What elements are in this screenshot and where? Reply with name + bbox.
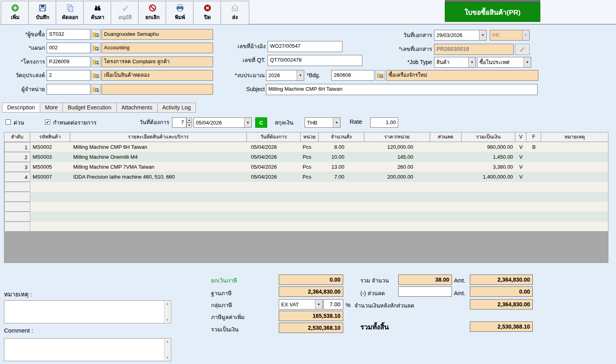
search-button[interactable]: ค้นหา: [83, 1, 112, 25]
total-qty-field: 38.00: [398, 274, 452, 285]
comment-scrollbar[interactable]: ▲▼: [164, 339, 170, 360]
doc-date-select[interactable]: 29/03/2026 ▼: [434, 30, 487, 41]
tab-description[interactable]: Description: [2, 103, 40, 113]
tab-more[interactable]: More: [40, 103, 63, 113]
row-number-cell[interactable]: 1: [4, 142, 30, 152]
subject-input[interactable]: Milling Machine CMP 6H Taiwan: [266, 84, 538, 95]
vendor-name-field: [102, 84, 213, 95]
empty-row[interactable]: [4, 192, 608, 202]
folder-search-icon: [92, 72, 100, 79]
scroll-down-icon[interactable]: ▼: [166, 356, 169, 360]
remark-scrollbar[interactable]: ▲▼: [164, 301, 170, 323]
copy-icon: [66, 4, 74, 12]
scroll-down-icon[interactable]: ▼: [166, 318, 169, 322]
discount-input[interactable]: [398, 286, 452, 297]
calc-button[interactable]: C: [255, 117, 267, 128]
item-price: 145.00: [364, 152, 430, 162]
send-button[interactable]: ส่ง: [221, 1, 249, 25]
item-date: 05/04/2026: [247, 152, 301, 162]
save-button[interactable]: บันทึก: [28, 1, 57, 25]
vendor-code-input[interactable]: [47, 84, 90, 95]
quotation-input[interactable]: QT70/002478: [268, 55, 362, 66]
purpose-lookup-button[interactable]: [91, 70, 101, 81]
comment-text: [4, 339, 171, 340]
urgent-checkbox[interactable]: [6, 119, 11, 125]
printer-icon: [176, 4, 184, 12]
requester-lookup-button[interactable]: [91, 29, 101, 40]
binoculars-icon: [94, 4, 102, 12]
tax-base-field: 2,364,830.00: [279, 286, 343, 297]
copy-button[interactable]: คัดลอก: [56, 1, 84, 25]
requester-name-field: Duangruodee Semaphu: [102, 29, 213, 40]
tab-budget-execution[interactable]: Budget Execution: [63, 103, 117, 113]
approve-button-label: อนุมัติ: [118, 13, 132, 21]
lead-days-down-button[interactable]: ▼: [186, 123, 192, 128]
per-item-checkbox[interactable]: ✓: [45, 119, 50, 125]
item-f-flag: B: [526, 142, 541, 152]
need-date-value: 05/04/2026: [194, 118, 244, 127]
row-number-cell[interactable]: 3: [4, 162, 30, 172]
need-date-select[interactable]: 05/04/2026 ▼: [194, 117, 252, 128]
table-row[interactable]: 4 MS0007 IDDA Precision lathe machine 46…: [4, 172, 608, 182]
job-type-label: *Job Type: [380, 57, 432, 68]
folder-search-icon: [92, 58, 100, 66]
row-number-cell[interactable]: 4: [4, 172, 30, 182]
budget-lookup-button[interactable]: [375, 70, 385, 81]
lead-days-input[interactable]: 7: [172, 117, 186, 128]
table-row[interactable]: 3 MS0005 Milling Machine CMP 7VMA Taiwan…: [4, 162, 608, 172]
grid-header-row: ลำดับ รหัสสินค้า รายละเอียดสินค้าและบริก…: [4, 132, 608, 142]
amt-label-1: Amt.: [454, 276, 465, 285]
item-vat-flag: V: [515, 152, 526, 162]
empty-row[interactable]: [4, 202, 608, 212]
empty-row[interactable]: [4, 182, 608, 192]
budget-code-label: *Bdg.: [307, 72, 320, 78]
tab-activity-log[interactable]: Activity Log: [157, 103, 196, 113]
chevron-down-icon: ▼: [244, 118, 251, 127]
doc-type-select: PR ▼: [490, 30, 530, 41]
item-qty: 13.00: [319, 162, 364, 172]
department-lookup-button[interactable]: [91, 43, 101, 53]
vendor-lookup-button[interactable]: [91, 84, 101, 95]
doc-type-value: PR: [490, 30, 522, 40]
row-number-cell[interactable]: 2: [4, 152, 30, 162]
save-icon: [39, 4, 47, 12]
col-header-v: V: [515, 132, 526, 142]
budget-year-select[interactable]: 2026 ▼: [266, 70, 304, 81]
remark-textarea[interactable]: ▲▼: [4, 300, 171, 323]
item-date: 05/04/2026: [247, 142, 301, 152]
project-lookup-button[interactable]: [91, 56, 101, 67]
comment-textarea[interactable]: ▲▼: [4, 338, 171, 361]
close-button[interactable]: ปิด: [193, 1, 222, 25]
after-discount-label: จำนวนเงินหลังหักส่วนลด: [354, 301, 414, 310]
requester-code-input[interactable]: ST032: [47, 29, 90, 40]
table-row[interactable]: 2 MS0003 Milling Machine Onemilli M4 05/…: [4, 152, 608, 162]
tax-rate-input[interactable]: 7.00: [323, 299, 343, 309]
empty-row[interactable]: [4, 212, 608, 222]
reference-input[interactable]: WO27/00547: [268, 41, 342, 52]
tax-base-label: ฐานภาษี: [211, 289, 231, 298]
purchase-type-select[interactable]: ซื้อในประเทศ ▼: [477, 57, 531, 68]
cancel-button[interactable]: ยกเลิก: [138, 1, 167, 25]
table-row[interactable]: 1 MS0002 Milling Machine CMP 6H Taiwan 0…: [4, 142, 608, 152]
budget-code-input[interactable]: 260608: [331, 70, 374, 81]
purpose-code-input[interactable]: 2: [47, 70, 90, 81]
department-code-input[interactable]: 002: [47, 43, 90, 53]
add-button[interactable]: เพิ่ม: [1, 1, 29, 25]
tax-group-select[interactable]: EX VAT ▼: [279, 299, 323, 309]
project-code-input[interactable]: PJ26009: [47, 56, 90, 67]
tab-bar: Description More Budget Execution Attach…: [2, 103, 196, 113]
scroll-up-icon[interactable]: ▲: [166, 302, 169, 306]
print-button[interactable]: พิมพ์: [166, 1, 194, 25]
empty-row[interactable]: [4, 222, 608, 232]
rate-input[interactable]: 1.00: [370, 117, 398, 128]
remark-label: หมายเหตุ :: [4, 290, 32, 299]
job-type-select[interactable]: สินค้า ▼: [434, 57, 476, 68]
lead-days-up-button[interactable]: ▲: [186, 117, 192, 123]
row-number-cell: [4, 192, 30, 202]
scroll-up-icon[interactable]: ▲: [166, 340, 169, 343]
currency-select[interactable]: THB ▼: [305, 117, 340, 128]
no-entry-icon: [149, 4, 156, 12]
vendor-label: ผู้จำหน่าย: [0, 84, 45, 95]
doc-no-label: *เลขที่เอกสาร: [380, 44, 432, 55]
tab-attachments[interactable]: Attachments: [116, 103, 158, 113]
